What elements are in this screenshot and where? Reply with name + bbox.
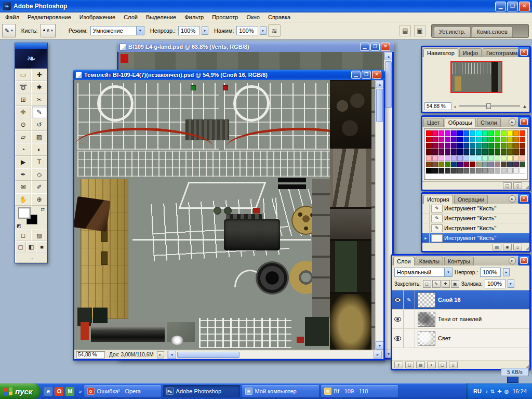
shape-tool[interactable]: ◇ — [31, 168, 47, 181]
color-swatch[interactable] — [438, 130, 444, 136]
tab-Каналы[interactable]: Каналы — [416, 257, 443, 265]
tab-tool-presets[interactable]: Уст.инстр. — [434, 26, 471, 37]
blend-mode-select[interactable]: Умножение ▾ — [90, 26, 144, 35]
brushes-palette-icon[interactable]: ▤ — [400, 25, 411, 36]
color-swatch[interactable] — [426, 168, 432, 174]
color-swatch[interactable] — [520, 168, 525, 174]
tray-messenger-icon[interactable]: ◍ — [504, 389, 509, 394]
color-swatch[interactable] — [445, 137, 450, 142]
color-swatch[interactable] — [513, 155, 519, 161]
color-swatch[interactable] — [482, 137, 488, 142]
color-swatch[interactable] — [476, 137, 482, 142]
scroll-up-button[interactable]: ▲ — [384, 52, 393, 60]
layer-row[interactable]: Тени от панелей — [392, 310, 529, 329]
menu-item[interactable]: Фильтр — [180, 13, 208, 21]
layer-set-icon[interactable]: ▤ — [416, 362, 425, 368]
color-swatch[interactable] — [495, 168, 500, 174]
color-swatch[interactable] — [445, 130, 450, 136]
history-state[interactable]: ✎Инструмент "Кисть" — [422, 204, 529, 214]
tab-Слои[interactable]: Слои — [393, 257, 415, 265]
zoom-in-icon[interactable]: ▲ — [522, 103, 527, 109]
taskbar-button[interactable]: ▤Bf - 109 - 110 — [321, 385, 398, 397]
dodge-tool[interactable]: ◐ — [31, 143, 47, 156]
resize-grip-icon[interactable]: ◢ — [525, 246, 529, 251]
hand-tool[interactable]: ✋ — [15, 193, 31, 206]
opacity-field[interactable]: 100% — [178, 26, 200, 35]
standard-screen-button[interactable]: ▢ — [15, 241, 26, 252]
messenger-icon[interactable]: M — [65, 387, 74, 396]
close-button[interactable]: ✕ — [381, 43, 390, 51]
new-snapshot-icon[interactable]: ◉ — [503, 244, 512, 250]
path-selection-tool[interactable]: ▶ — [15, 156, 31, 168]
color-swatch[interactable] — [488, 130, 494, 136]
palette-menu-icon[interactable]: ► — [509, 195, 516, 203]
color-swatch[interactable] — [501, 143, 507, 149]
color-swatch[interactable] — [445, 149, 450, 155]
maximize-button[interactable]: ❐ — [507, 2, 518, 11]
color-swatch[interactable] — [463, 130, 469, 136]
color-swatch[interactable] — [488, 143, 494, 149]
zoom-tool[interactable]: ⊕ — [31, 193, 47, 206]
rectangular-marquee-tool[interactable]: ▭ — [15, 69, 31, 81]
restore-button[interactable]: ❐ — [362, 71, 371, 79]
swap-colors-icon[interactable]: ⇄ — [41, 207, 45, 212]
color-swatch[interactable] — [507, 149, 513, 155]
lock-position-icon[interactable]: ✚ — [442, 280, 450, 288]
standard-mode-button[interactable]: ◻ — [15, 230, 31, 241]
color-swatch[interactable] — [482, 143, 488, 149]
color-swatch[interactable] — [507, 155, 513, 161]
color-swatch[interactable] — [451, 143, 457, 149]
flow-slider-button[interactable]: ► — [260, 26, 267, 35]
color-swatch[interactable] — [451, 130, 457, 136]
color-swatch[interactable] — [501, 130, 507, 136]
navigator-thumbnail[interactable] — [450, 61, 502, 93]
color-swatch[interactable] — [438, 149, 444, 155]
color-swatch[interactable] — [457, 155, 463, 161]
color-swatch[interactable] — [426, 130, 432, 136]
tab-Цвет[interactable]: Цвет — [423, 118, 444, 127]
delete-swatch-icon[interactable]: ▯ — [513, 182, 522, 189]
taskbar-button[interactable]: OОшибка! - Opera — [84, 385, 161, 397]
color-swatch[interactable] — [476, 168, 482, 174]
eyedropper-tool[interactable]: ✐ — [31, 181, 47, 193]
color-swatch[interactable] — [445, 168, 450, 174]
zoom-slider[interactable] — [459, 103, 520, 109]
taskbar-button[interactable]: ▣Мой компьютер — [242, 385, 319, 397]
opacity-slider-button[interactable]: ► — [202, 26, 208, 35]
menu-item[interactable]: Файл — [1, 13, 23, 21]
tab-История[interactable]: История — [423, 195, 453, 204]
close-panel-button[interactable]: ✕ — [520, 49, 528, 56]
foreground-color-swatch[interactable] — [19, 208, 30, 218]
color-swatch[interactable] — [513, 130, 519, 136]
color-swatch[interactable] — [501, 155, 507, 161]
color-swatch[interactable] — [501, 168, 507, 174]
notes-tool[interactable]: ✉ — [15, 181, 31, 193]
lock-transparency-icon[interactable]: ◻ — [423, 280, 431, 288]
color-swatch[interactable] — [432, 155, 438, 161]
tab-Операции[interactable]: Операции — [454, 195, 488, 204]
color-swatch[interactable] — [476, 130, 482, 136]
color-swatch[interactable] — [501, 149, 507, 155]
color-swatch[interactable] — [457, 130, 463, 136]
menu-item[interactable]: Справка — [264, 13, 295, 21]
gradient-tool[interactable]: ▨ — [31, 131, 47, 143]
history-source-column[interactable] — [422, 214, 430, 223]
color-swatch[interactable] — [463, 149, 469, 155]
color-swatch[interactable] — [438, 162, 444, 167]
adjustment-layer-icon[interactable]: ◐ — [427, 362, 436, 368]
color-swatch[interactable] — [520, 155, 525, 161]
taskbar-button[interactable]: PsAdobe Photoshop — [163, 385, 240, 397]
color-swatch[interactable] — [463, 143, 469, 149]
tab-Контуры[interactable]: Контуры — [444, 257, 474, 265]
opera-icon[interactable]: O — [55, 387, 63, 396]
tray-shield-icon[interactable]: ✚ — [497, 389, 501, 394]
close-panel-button[interactable]: ✕ — [520, 257, 528, 264]
menu-item[interactable]: Слой — [119, 13, 142, 21]
history-source-column[interactable] — [422, 204, 430, 213]
color-swatch[interactable] — [476, 162, 482, 167]
default-colors-icon[interactable]: ◩ — [17, 223, 21, 229]
color-swatch[interactable] — [520, 149, 525, 155]
scrollbar-thumb[interactable] — [177, 352, 240, 358]
color-swatch[interactable] — [488, 155, 494, 161]
minimize-button[interactable]: ▁ — [351, 71, 361, 79]
